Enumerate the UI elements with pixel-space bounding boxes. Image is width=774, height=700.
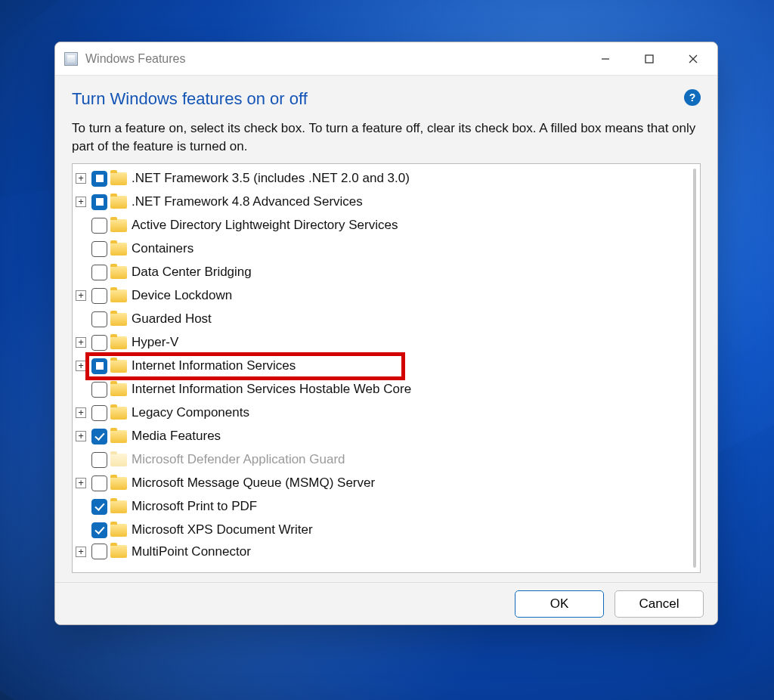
checkbox-unchecked[interactable] (91, 452, 107, 468)
checkbox-checked[interactable] (91, 522, 107, 538)
checkbox-partial[interactable] (91, 358, 107, 374)
checkbox-partial[interactable] (91, 171, 107, 187)
checkbox-unchecked[interactable] (91, 544, 107, 559)
feature-row-msmq[interactable]: + Microsoft Message Queue (MSMQ) Server (76, 472, 692, 495)
expand-icon[interactable]: + (76, 361, 86, 371)
expand-spacer (76, 314, 86, 324)
feature-row-iis[interactable]: + Internet Information Services (76, 355, 692, 378)
expand-spacer (76, 525, 86, 535)
folder-icon (110, 477, 127, 490)
feature-label: Hyper-V (132, 335, 178, 350)
feature-row-net48[interactable]: + .NET Framework 4.8 Advanced Services (76, 190, 692, 214)
expand-spacer (76, 454, 86, 465)
window-title: Windows Features (85, 52, 584, 66)
expand-icon[interactable]: + (76, 337, 86, 348)
checkbox-unchecked[interactable] (91, 382, 107, 398)
close-button[interactable] (672, 45, 714, 73)
features-tree[interactable]: + .NET Framework 3.5 (includes .NET 2.0 … (72, 163, 701, 573)
minimize-button[interactable] (584, 45, 627, 73)
feature-row-xps-writer[interactable]: Microsoft XPS Document Writer (76, 519, 692, 542)
feature-row-print-pdf[interactable]: Microsoft Print to PDF (76, 495, 692, 519)
dialog-heading: Turn Windows features on or off (72, 89, 308, 109)
folder-icon (110, 454, 127, 466)
checkbox-checked[interactable] (91, 499, 107, 515)
feature-row-legacy[interactable]: + Legacy Components (76, 401, 692, 425)
checkbox-unchecked[interactable] (91, 311, 107, 327)
checkbox-unchecked[interactable] (91, 218, 107, 234)
expand-icon[interactable]: + (76, 173, 86, 184)
feature-row-guarded-host[interactable]: Guarded Host (76, 308, 692, 331)
app-icon (64, 52, 78, 66)
feature-label: Microsoft Message Queue (MSMQ) Server (132, 475, 375, 491)
folder-icon (110, 219, 127, 232)
feature-label: Guarded Host (132, 311, 212, 327)
expand-icon[interactable]: + (76, 197, 86, 207)
folder-icon (110, 383, 127, 396)
feature-row-hyperv[interactable]: + Hyper-V (76, 331, 692, 355)
expand-spacer (76, 384, 86, 395)
feature-label: Internet Information Services (132, 358, 296, 373)
dialog-footer: OK Cancel (55, 582, 717, 624)
expand-spacer (76, 243, 86, 254)
folder-icon (110, 336, 127, 349)
feature-row-defender-ag[interactable]: Microsoft Defender Application Guard (76, 448, 692, 472)
checkbox-unchecked[interactable] (91, 265, 107, 280)
feature-label: Active Directory Lightweight Directory S… (132, 218, 398, 233)
feature-label: Device Lockdown (132, 288, 232, 303)
expand-spacer (76, 267, 86, 277)
feature-row-iis-core[interactable]: Internet Information Services Hostable W… (76, 378, 692, 401)
expand-spacer (76, 501, 86, 512)
checkbox-unchecked[interactable] (91, 475, 107, 491)
feature-row-adlds[interactable]: Active Directory Lightweight Directory S… (76, 214, 692, 237)
feature-row-containers[interactable]: Containers (76, 237, 692, 261)
expand-icon[interactable]: + (76, 547, 86, 557)
folder-icon (110, 360, 127, 373)
feature-row-device-lockdown[interactable]: + Device Lockdown (76, 284, 692, 308)
ok-button[interactable]: OK (515, 590, 604, 618)
checkbox-checked[interactable] (91, 429, 107, 444)
feature-label: MultiPoint Connector (132, 544, 251, 559)
expand-spacer (76, 220, 86, 231)
folder-icon (110, 500, 127, 513)
svg-rect-1 (646, 55, 653, 63)
folder-icon (110, 430, 127, 443)
checkbox-unchecked[interactable] (91, 405, 107, 421)
titlebar[interactable]: Windows Features (55, 42, 717, 76)
folder-icon (110, 290, 127, 302)
feature-label: Microsoft Print to PDF (132, 499, 257, 514)
feature-label: Legacy Components (132, 405, 249, 420)
scrollbar[interactable] (693, 169, 696, 568)
expand-icon[interactable]: + (76, 431, 86, 441)
help-icon[interactable]: ? (684, 89, 701, 106)
checkbox-unchecked[interactable] (91, 241, 107, 257)
feature-row-media[interactable]: + Media Features (76, 425, 692, 448)
feature-label: .NET Framework 4.8 Advanced Services (132, 194, 363, 209)
feature-label: Microsoft Defender Application Guard (132, 452, 345, 467)
checkbox-unchecked[interactable] (91, 335, 107, 351)
cancel-button[interactable]: Cancel (615, 590, 704, 618)
feature-row-multipoint[interactable]: + MultiPoint Connector (76, 542, 692, 562)
folder-icon (110, 313, 127, 326)
feature-label: Internet Information Services Hostable W… (132, 382, 411, 397)
folder-icon (110, 243, 127, 256)
feature-label: .NET Framework 3.5 (includes .NET 2.0 an… (132, 171, 410, 186)
expand-icon[interactable]: + (76, 478, 86, 488)
checkbox-unchecked[interactable] (91, 288, 107, 304)
feature-label: Containers (132, 241, 194, 256)
feature-label: Microsoft XPS Document Writer (132, 522, 313, 537)
feature-row-dcb[interactable]: Data Center Bridging (76, 261, 692, 284)
maximize-button[interactable] (628, 45, 670, 73)
feature-label: Media Features (132, 429, 221, 444)
dialog-description: To turn a feature on, select its check b… (72, 119, 701, 156)
expand-icon[interactable]: + (76, 407, 86, 418)
checkbox-partial[interactable] (91, 194, 107, 210)
folder-icon (110, 266, 127, 279)
folder-icon (110, 172, 127, 185)
windows-features-dialog: Windows Features Turn Windows features o… (54, 42, 718, 625)
folder-icon (110, 545, 127, 558)
dialog-content: Turn Windows features on or off ? To tur… (55, 76, 717, 582)
feature-label: Data Center Bridging (132, 265, 252, 280)
feature-row-net35[interactable]: + .NET Framework 3.5 (includes .NET 2.0 … (76, 167, 692, 190)
expand-icon[interactable]: + (76, 290, 86, 301)
folder-icon (110, 524, 127, 537)
